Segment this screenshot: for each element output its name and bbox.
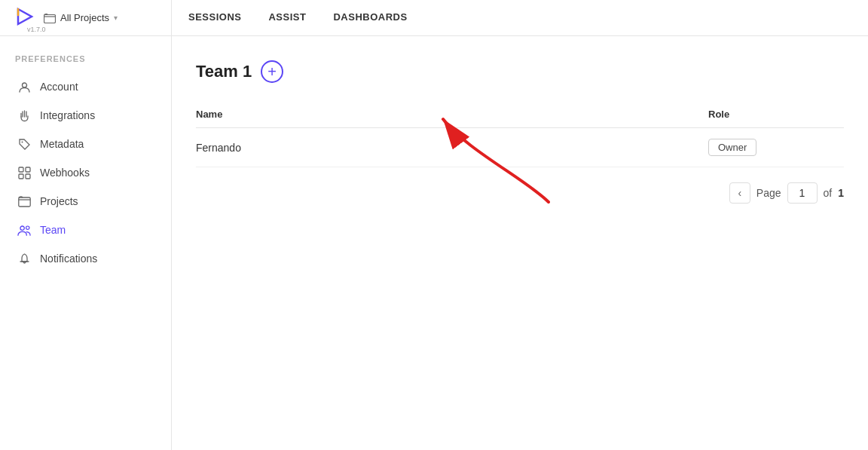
nav-tabs: SESSIONS ASSIST DASHBOARDS xyxy=(172,0,424,35)
page-number-input[interactable] xyxy=(787,182,818,204)
svg-rect-7 xyxy=(26,174,30,179)
top-nav: v1.7.0 All Projects ▾ SESSIONS ASSIST DA… xyxy=(0,0,868,36)
sidebar-item-webhooks[interactable]: Webhooks xyxy=(0,158,171,187)
owner-badge: Owner xyxy=(708,139,756,156)
page-header: Team 1 + xyxy=(196,60,844,83)
add-team-member-button[interactable]: + xyxy=(261,60,283,83)
logo-area: v1.7.0 All Projects ▾ xyxy=(0,0,172,35)
sidebar-item-integrations-label: Integrations xyxy=(40,109,95,121)
sidebar-item-integrations[interactable]: Integrations xyxy=(0,101,171,130)
nav-tab-dashboards[interactable]: DASHBOARDS xyxy=(332,0,408,35)
member-role-cell: Owner xyxy=(708,128,844,167)
total-pages: 1 xyxy=(838,187,844,199)
sidebar-item-metadata[interactable]: Metadata xyxy=(0,130,171,158)
webhook-icon xyxy=(17,166,31,179)
sidebar-item-metadata-label: Metadata xyxy=(40,138,84,150)
sidebar-section-label: PREFERENCES xyxy=(0,54,171,72)
nav-tab-assist[interactable]: ASSIST xyxy=(267,0,307,35)
team-icon xyxy=(17,223,31,237)
name-column-header: Name xyxy=(196,101,708,128)
member-name: Fernando xyxy=(196,128,708,167)
svg-point-2 xyxy=(22,83,26,87)
project-name-label: All Projects xyxy=(60,12,109,23)
svg-rect-1 xyxy=(44,14,56,23)
user-icon xyxy=(17,80,31,93)
svg-rect-6 xyxy=(19,174,23,179)
hand-icon xyxy=(17,109,31,122)
content-area: Team 1 + Name Role xyxy=(172,36,868,450)
svg-point-10 xyxy=(26,226,29,229)
tag-icon xyxy=(17,137,31,151)
sidebar: PREFERENCES Account Integrations xyxy=(0,36,172,450)
of-label: of xyxy=(824,187,833,199)
sidebar-item-projects-label: Projects xyxy=(40,195,78,207)
table-row: Fernando Owner xyxy=(196,128,844,167)
svg-point-9 xyxy=(20,226,24,230)
svg-rect-4 xyxy=(19,167,23,172)
svg-point-3 xyxy=(21,141,23,142)
team-table: Name Role Fernando Owner xyxy=(196,101,844,167)
logo-wrap: v1.7.0 xyxy=(12,5,36,32)
main-layout: PREFERENCES Account Integrations xyxy=(0,36,868,450)
sidebar-item-account[interactable]: Account xyxy=(0,72,171,101)
sidebar-item-projects[interactable]: Projects xyxy=(0,187,171,216)
folder-nav-icon xyxy=(44,13,56,23)
sidebar-item-webhooks-label: Webhooks xyxy=(40,167,90,179)
sidebar-item-account-label: Account xyxy=(40,81,78,93)
project-dropdown-chevron: ▾ xyxy=(114,14,118,22)
sidebar-item-team[interactable]: Team xyxy=(0,216,171,244)
bell-icon xyxy=(17,252,31,265)
page-title: Team 1 xyxy=(196,62,252,81)
pagination: ‹ Page of 1 xyxy=(196,182,844,204)
folder-icon xyxy=(17,194,31,208)
prev-page-button[interactable]: ‹ xyxy=(729,182,750,204)
svg-marker-0 xyxy=(18,9,32,24)
project-selector[interactable]: All Projects ▾ xyxy=(44,12,118,23)
sidebar-item-notifications[interactable]: Notifications xyxy=(0,244,171,273)
svg-rect-8 xyxy=(18,197,29,207)
version-label: v1.7.0 xyxy=(27,26,46,33)
page-label: Page xyxy=(756,187,781,199)
svg-rect-5 xyxy=(26,167,30,172)
sidebar-item-team-label: Team xyxy=(40,224,66,236)
role-column-header: Role xyxy=(708,101,844,128)
sidebar-item-notifications-label: Notifications xyxy=(40,253,97,265)
nav-tab-sessions[interactable]: SESSIONS xyxy=(187,0,243,35)
